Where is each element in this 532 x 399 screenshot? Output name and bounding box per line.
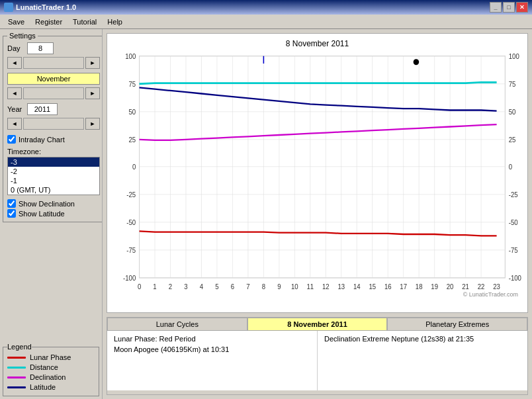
svg-text:2: 2 <box>169 283 173 290</box>
legend-lunar-phase-label: Lunar Phase <box>30 353 71 361</box>
timezone-list[interactable]: -3 -2 -1 0 (GMT, UT) <box>7 157 100 195</box>
svg-text:8: 8 <box>262 283 266 290</box>
legend-lunar-phase: Lunar Phase <box>7 353 95 361</box>
svg-text:16: 16 <box>384 283 392 290</box>
svg-text:25: 25 <box>509 136 516 144</box>
svg-text:18: 18 <box>416 283 423 290</box>
day-input[interactable] <box>27 42 54 54</box>
month-prev-button[interactable]: ◄ <box>7 87 22 99</box>
svg-rect-0 <box>140 56 506 278</box>
svg-text:22: 22 <box>478 283 485 290</box>
year-next-button[interactable]: ► <box>85 118 100 130</box>
tab-date[interactable]: 8 November 2011 <box>247 318 388 331</box>
tab-planetary-extremes[interactable]: Planetary Extremes <box>387 318 527 331</box>
chart-copyright: © LunaticTrader.com <box>463 291 518 298</box>
day-prev-button[interactable]: ◄ <box>7 57 22 69</box>
month-input[interactable] <box>7 73 100 85</box>
svg-text:0: 0 <box>509 163 513 171</box>
distance-line <box>7 367 26 369</box>
intraday-label: Intraday Chart <box>19 136 65 144</box>
svg-text:0: 0 <box>132 163 136 171</box>
svg-text:-75: -75 <box>126 247 136 254</box>
latitude-row: Show Latitude <box>7 209 100 218</box>
timezone-option-0[interactable]: -3 <box>8 157 99 167</box>
bottom-panel: Lunar Cycles 8 November 2011 Planetary E… <box>107 317 528 395</box>
sidebar: Settings Day ◄ ► ◄ ► Year <box>0 29 103 399</box>
svg-text:-75: -75 <box>509 247 518 254</box>
day-next-button[interactable]: ► <box>85 57 100 69</box>
svg-text:75: 75 <box>509 81 516 88</box>
bottom-left-line2: Moon Apogee (406195Km) at 10:31 <box>114 345 310 353</box>
settings-label: Settings <box>7 32 38 40</box>
svg-text:7: 7 <box>246 283 250 290</box>
legend-latitude: Latitude <box>7 383 95 391</box>
minimize-button[interactable]: _ <box>490 2 502 13</box>
menu-tutorial[interactable]: Tutorial <box>67 17 102 27</box>
month-next-button[interactable]: ► <box>85 87 100 99</box>
svg-text:0: 0 <box>138 283 142 290</box>
bottom-left-content: Lunar Phase: Red Period Moon Apogee (406… <box>107 331 318 390</box>
svg-text:-25: -25 <box>509 191 518 199</box>
svg-text:19: 19 <box>431 283 438 290</box>
svg-text:-25: -25 <box>126 191 136 199</box>
svg-text:1: 1 <box>153 283 157 290</box>
timezone-option-3[interactable]: 0 (GMT, UT) <box>8 185 99 195</box>
svg-text:75: 75 <box>129 81 136 88</box>
bottom-tabs: Lunar Cycles 8 November 2011 Planetary E… <box>107 318 527 331</box>
show-declination-label: Show Declination <box>19 200 75 208</box>
svg-text:14: 14 <box>353 283 361 290</box>
app-icon <box>4 3 13 12</box>
chart-area: 100 75 50 25 0 -25 -50 -75 -100 100 75 5… <box>112 52 522 300</box>
svg-point-76 <box>414 59 420 65</box>
year-input[interactable] <box>27 103 58 115</box>
settings-group: Settings Day ◄ ► ◄ ► Year <box>3 32 103 222</box>
intraday-checkbox[interactable] <box>7 135 16 144</box>
intraday-row: Intraday Chart <box>7 135 100 144</box>
year-label: Year <box>7 105 24 113</box>
chart-container: 8 November 2011 <box>107 33 528 313</box>
timezone-section: Timezone: -3 -2 -1 0 (GMT, UT) <box>7 148 100 195</box>
year-prev-button[interactable]: ◄ <box>7 118 22 130</box>
timezone-option-1[interactable]: -2 <box>8 167 99 176</box>
day-row: Day <box>7 42 100 54</box>
svg-text:21: 21 <box>462 283 469 290</box>
svg-text:5: 5 <box>215 283 219 290</box>
timezone-option-2[interactable]: -1 <box>8 176 99 185</box>
maximize-button[interactable]: □ <box>503 2 515 13</box>
show-declination-checkbox[interactable] <box>7 199 16 208</box>
svg-text:13: 13 <box>337 283 345 290</box>
bottom-right-content: Declination Extreme Neptune (12s38) at 2… <box>318 331 527 390</box>
declination-line <box>7 377 26 378</box>
svg-text:20: 20 <box>447 283 454 290</box>
svg-text:50: 50 <box>509 109 516 116</box>
show-latitude-checkbox[interactable] <box>7 209 16 218</box>
app-title: LunaticTrader 1.0 <box>16 3 76 11</box>
legend-distance-label: Distance <box>30 363 58 371</box>
menu-help[interactable]: Help <box>102 17 128 27</box>
menu-register[interactable]: Register <box>30 17 67 27</box>
svg-text:-100: -100 <box>123 275 136 282</box>
svg-text:100: 100 <box>125 53 136 60</box>
close-button[interactable]: ✕ <box>516 2 528 13</box>
menu-save[interactable]: Save <box>3 17 30 27</box>
svg-text:10: 10 <box>291 283 298 290</box>
legend-group: Legend Lunar Phase Distance Declination … <box>3 343 99 396</box>
bottom-right-line1: Declination Extreme Neptune (12s38) at 2… <box>324 335 521 343</box>
timezone-label: Timezone: <box>7 148 100 155</box>
legend-latitude-label: Latitude <box>30 383 56 391</box>
svg-text:9: 9 <box>277 283 281 290</box>
tab-lunar-cycles[interactable]: Lunar Cycles <box>107 318 247 331</box>
svg-text:3: 3 <box>184 283 188 290</box>
svg-text:100: 100 <box>509 53 519 60</box>
window-controls: _ □ ✕ <box>490 2 528 13</box>
content-area: 8 November 2011 <box>103 29 532 399</box>
svg-text:6: 6 <box>231 283 235 290</box>
legend-distance: Distance <box>7 363 95 371</box>
year-nav: ◄ ► <box>7 118 100 130</box>
bottom-content: Lunar Phase: Red Period Moon Apogee (406… <box>107 331 527 390</box>
latitude-line <box>7 386 26 388</box>
month-row <box>7 73 100 85</box>
svg-text:50: 50 <box>129 109 136 116</box>
bottom-left-line1: Lunar Phase: Red Period <box>114 335 310 343</box>
svg-text:12: 12 <box>322 283 330 290</box>
